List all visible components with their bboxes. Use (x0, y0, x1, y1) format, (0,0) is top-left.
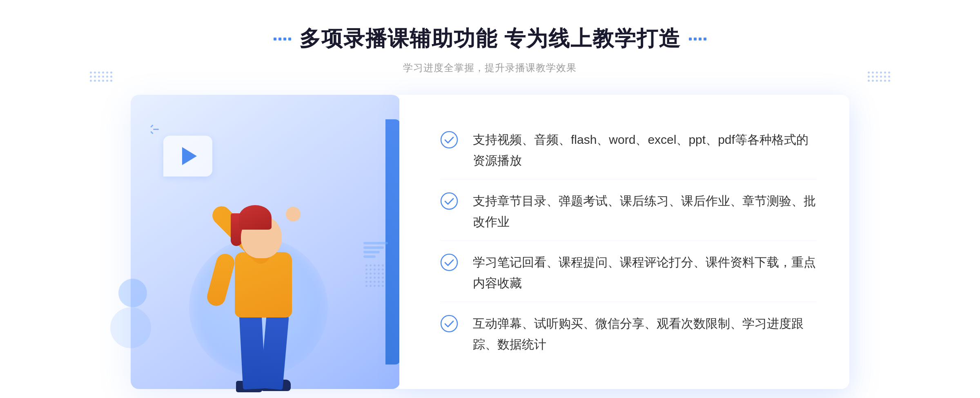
leg-right (260, 313, 289, 390)
person-illustration (188, 144, 343, 389)
decorative-dots-right (868, 72, 890, 82)
decorative-dots-left (90, 72, 112, 82)
check-circle-icon-3 (440, 253, 458, 271)
hair (239, 205, 272, 230)
stripes-decoration (363, 242, 388, 275)
content-area: » (131, 95, 849, 389)
feature-item-1: 支持视频、音频、flash、word、excel、ppt、pdf等各种格式的资源… (440, 121, 817, 179)
deco-circle-1 (118, 279, 147, 307)
hand-right (286, 207, 301, 221)
header-section: 多项录播课辅助功能 专为线上教学打造 学习进度全掌握，提升录播课教学效果 (274, 25, 706, 74)
check-circle-icon-4 (440, 315, 458, 333)
svg-point-2 (441, 254, 457, 271)
feature-item-2: 支持章节目录、弹题考试、课后练习、课后作业、章节测验、批改作业 (440, 182, 817, 241)
feature-item-4: 互动弹幕、试听购买、微信分享、观看次数限制、学习进度跟踪、数据统计 (440, 305, 817, 363)
feature-text-2: 支持章节目录、弹题考试、课后练习、课后作业、章节测验、批改作业 (473, 190, 817, 232)
title-dots-right (689, 38, 706, 40)
feature-text-4: 互动弹幕、试听购买、微信分享、观看次数限制、学习进度跟踪、数据统计 (473, 313, 817, 355)
main-card: 支持视频、音频、flash、word、excel、ppt、pdf等各种格式的资源… (131, 95, 849, 389)
arm-left (205, 252, 236, 308)
subtitle: 学习进度全掌握，提升录播课教学效果 (274, 61, 706, 74)
svg-point-3 (441, 315, 457, 332)
illustration-card (131, 95, 400, 389)
title-dots-left (274, 38, 291, 40)
feature-text-3: 学习笔记回看、课程提问、课程评论打分、课件资料下载，重点内容收藏 (473, 252, 817, 293)
features-panel: 支持视频、音频、flash、word、excel、ppt、pdf等各种格式的资源… (399, 95, 849, 389)
svg-point-1 (441, 193, 457, 209)
check-circle-icon-2 (440, 192, 458, 210)
sparkle-decoration (153, 123, 159, 135)
feature-item-3: 学习笔记回看、课程提问、课程评论打分、课件资料下载，重点内容收藏 (440, 244, 817, 302)
title-row: 多项录播课辅助功能 专为线上教学打造 (274, 25, 706, 53)
check-circle-icon-1 (440, 131, 458, 149)
deco-circle-2 (110, 307, 151, 348)
feature-text-1: 支持视频、音频、flash、word、excel、ppt、pdf等各种格式的资源… (473, 129, 817, 171)
svg-point-0 (441, 132, 457, 148)
page-container: 多项录播课辅助功能 专为线上教学打造 学习进度全掌握，提升录播课教学效果 » (0, 0, 980, 398)
main-title: 多项录播课辅助功能 专为线上教学打造 (299, 25, 681, 53)
